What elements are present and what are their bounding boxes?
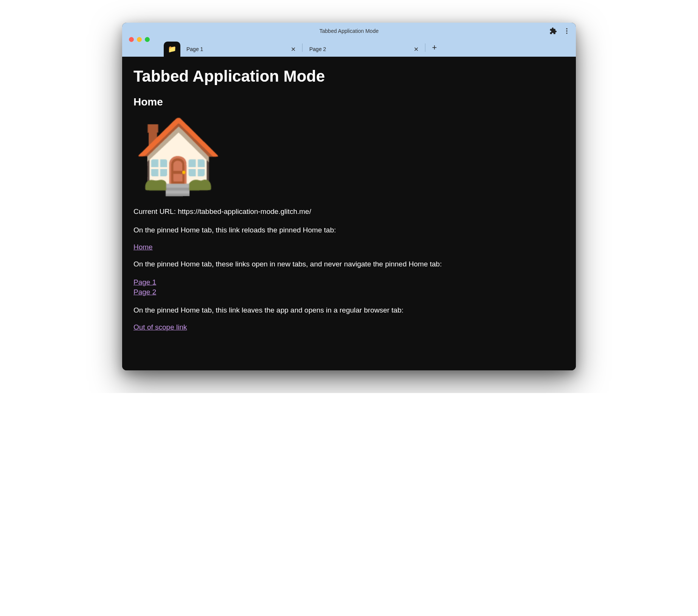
close-icon[interactable]: ✕ (289, 45, 297, 53)
kebab-menu-icon[interactable] (563, 27, 571, 36)
titlebar: Tabbed Application Mode 📁 Page 1 ✕ Pag (122, 23, 576, 57)
folder-icon: 📁 (168, 45, 176, 53)
home-link[interactable]: Home (133, 243, 565, 251)
tabstrip: 📁 Page 1 ✕ Page 2 ✕ + (122, 39, 576, 57)
close-icon[interactable]: ✕ (412, 45, 420, 53)
titlebar-top: Tabbed Application Mode (122, 23, 576, 39)
page-content: Tabbed Application Mode Home 🏠 Current U… (122, 57, 576, 370)
current-url-line: Current URL: https://tabbed-application-… (133, 206, 565, 217)
window-minimize-button[interactable] (137, 37, 142, 42)
page-2-link[interactable]: Page 2 (133, 287, 565, 297)
tab-page-2[interactable]: Page 2 ✕ (303, 42, 424, 57)
svg-point-0 (566, 28, 567, 29)
page-1-link[interactable]: Page 1 (133, 277, 565, 288)
new-tabs-description: On the pinned Home tab, these links open… (133, 259, 565, 270)
page-links-block: Page 1 Page 2 (133, 277, 565, 297)
titlebar-actions (549, 27, 571, 36)
tab-separator (425, 43, 425, 52)
svg-point-1 (566, 30, 567, 31)
new-tab-button[interactable]: + (428, 42, 441, 54)
tab-separator (302, 43, 302, 52)
out-of-scope-link[interactable]: Out of scope link (133, 323, 565, 331)
extensions-icon[interactable] (549, 27, 557, 36)
traffic-lights (129, 37, 150, 42)
url-label: Current URL: (133, 207, 178, 215)
window-title: Tabbed Application Mode (320, 28, 378, 34)
home-reload-description: On the pinned Home tab, this link reload… (133, 225, 565, 236)
house-icon: 🏠 (133, 119, 565, 191)
window-maximize-button[interactable] (145, 37, 150, 42)
url-value: https://tabbed-application-mode.glitch.m… (178, 207, 311, 215)
tab-page-1[interactable]: Page 1 ✕ (180, 42, 301, 57)
app-window: Tabbed Application Mode 📁 Page 1 ✕ Pag (122, 23, 576, 370)
pinned-home-tab[interactable]: 📁 (164, 42, 180, 57)
svg-point-2 (566, 33, 567, 34)
page-title: Tabbed Application Mode (133, 67, 565, 85)
plus-icon: + (432, 43, 437, 53)
out-of-scope-description: On the pinned Home tab, this link leaves… (133, 305, 565, 316)
tab-label: Page 2 (309, 46, 412, 52)
window-close-button[interactable] (129, 37, 134, 42)
tab-label: Page 1 (186, 46, 289, 52)
page-subtitle: Home (133, 96, 565, 108)
